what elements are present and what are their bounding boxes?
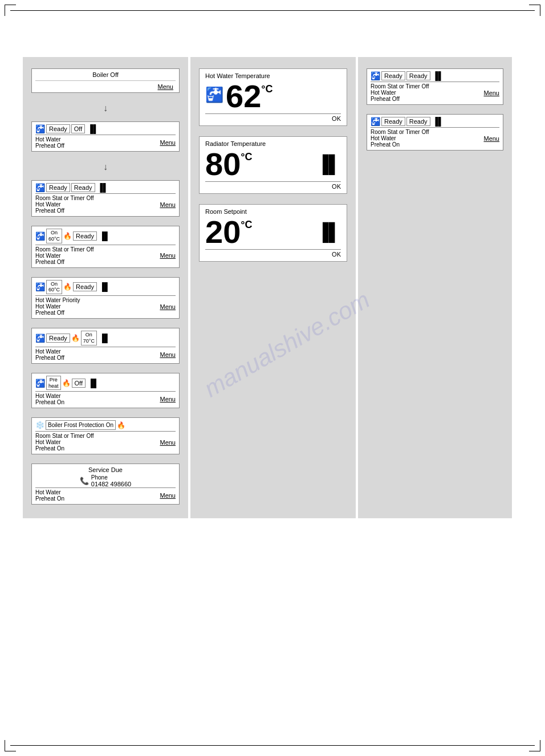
hot-water-temp-footer: OK [205, 113, 341, 122]
battery-icon-2: ▐▌ [87, 124, 99, 133]
status-row-2: 🚰 Ready Off ▐▌ [35, 124, 176, 133]
service-phone-row: 📞 Phone 01482 498660 [35, 474, 176, 487]
right-status-ready-2b: Ready [406, 117, 430, 126]
panel-on60-ready: 🚰 On 60°C 🔥 Ready ▐▌ Room Stat or Timer … [31, 226, 180, 268]
tap-icon-4: 🚰 [35, 231, 45, 241]
hot-water-tap-icon: 🚰 [205, 80, 223, 104]
info-row-3: Room Stat or Timer Off Hot Water Preheat… [35, 193, 176, 214]
right-status-row-2: 🚰 Ready Ready ▐▌ [371, 117, 499, 126]
info-row-8: Room Stat or Timer Off Hot Water Preheat… [35, 431, 176, 452]
right-status-ready-1a: Ready [381, 71, 405, 80]
battery-icon-4: ▐▌ [99, 231, 111, 241]
status-row-8: ❄️ Boiler Frost Protection On 🔥 [35, 420, 176, 430]
info-row-5: Hot Water Priority Hot Water Preheat Off… [35, 295, 176, 316]
status-row-3: 🚰 Ready Ready ▐▌ [35, 183, 176, 192]
hot-water-temp-panel: Hot Water Temperature 🚰 62 °C OK [199, 68, 347, 126]
radiator-temp-panel: Radiator Temperature 80 °C ▐▌ OK [199, 136, 347, 194]
status-off-2: Off [71, 124, 85, 133]
battery-icon-3: ▐▌ [97, 183, 109, 192]
tap-icon-2: 🚰 [35, 124, 45, 133]
right-column: 🚰 Ready Ready ▐▌ Room Stat or Timer Off … [358, 57, 512, 518]
radiator-temp-footer: OK [205, 181, 341, 190]
right-info-row-2: Room Stat or Timer Off Hot Water Preheat… [371, 127, 499, 148]
status-row-4: 🚰 On 60°C 🔥 Ready ▐▌ [35, 229, 176, 243]
phone-icon: 📞 [80, 477, 89, 485]
right-tap-icon-2: 🚰 [371, 117, 380, 126]
panel-service: Service Due 📞 Phone 01482 498660 Hot Wat… [31, 464, 180, 505]
corner-br [529, 740, 540, 751]
status-off-7: Off [72, 379, 86, 388]
status-ready-2: Ready [46, 124, 70, 133]
hot-water-ok[interactable]: OK [332, 115, 341, 122]
info-row-9: Hot Water Preheat On Menu [35, 487, 176, 502]
info-row-4: Room Stat or Timer Off Hot Water Preheat… [35, 245, 176, 265]
right-battery-icon-1: ▐▌ [433, 71, 444, 80]
tap-icon-3: 🚰 [35, 183, 45, 192]
menu-3[interactable]: Menu [160, 201, 176, 208]
room-setpoint-ok[interactable]: OK [332, 251, 341, 258]
radiator-icon-big: ▐▌ [316, 155, 341, 174]
menu-2[interactable]: Menu [160, 139, 176, 146]
panel-frost: ❄️ Boiler Frost Protection On 🔥 Room Sta… [31, 417, 180, 454]
right-info-row-1: Room Stat or Timer Off Hot Water Preheat… [371, 82, 499, 102]
tap-icon-7: 🚰 [35, 379, 45, 388]
boiler-off-panel: Boiler Off Menu [31, 68, 180, 93]
right-status-ready-1b: Ready [406, 71, 430, 80]
panel-ready-ready: 🚰 Ready Ready ▐▌ Room Stat or Timer Off … [31, 180, 180, 217]
status-ready-5: Ready [73, 282, 97, 291]
tap-icon-5: 🚰 [35, 282, 45, 291]
menu-8[interactable]: Menu [160, 439, 176, 446]
panel-preheat-off: 🚰 Pre heat 🔥 Off ▐▌ Hot Water Preheat On… [31, 373, 180, 409]
on-temp-box-4: On 60°C [46, 229, 62, 243]
flame-icon-5: 🔥 [63, 283, 72, 291]
info-row-7: Hot Water Preheat On Menu [35, 391, 176, 405]
right-status-ready-2a: Ready [381, 117, 405, 126]
panel-on60-priority: 🚰 On 60°C 🔥 Ready ▐▌ Hot Water Priority … [31, 277, 180, 319]
frost-label-8: Boiler Frost Protection On [46, 420, 116, 430]
corner-bl [5, 740, 16, 751]
radiator-ok[interactable]: OK [332, 183, 341, 190]
on-temp-box-5: On 60°C [46, 280, 62, 295]
arrow-down-2: ↓ [31, 162, 180, 172]
battery-icon-7: ▐▌ [88, 379, 99, 388]
right-menu-1[interactable]: Menu [483, 90, 499, 96]
info-row-2: Hot Water Preheat Off Menu [35, 135, 176, 149]
room-setpoint-panel: Room Setpoint 20 °C ▐▌ OK [199, 204, 347, 262]
left-column: Boiler Off Menu ↓ 🚰 Ready Off ▐▌ Hot [23, 57, 188, 518]
status-ready-3a: Ready [46, 183, 70, 192]
menu-9[interactable]: Menu [160, 492, 176, 499]
arrow-down-1: ↓ [31, 103, 180, 113]
panel-ready-on70: 🚰 Ready 🔥 On 70°C ▐▌ Hot Water Preheat O… [31, 328, 180, 364]
right-tap-icon-1: 🚰 [371, 71, 380, 80]
menu-6[interactable]: Menu [160, 351, 176, 358]
info-row-6: Hot Water Preheat Off Menu [35, 347, 176, 361]
service-due-title: Service Due [35, 466, 176, 473]
battery-icon-5: ▐▌ [99, 282, 111, 291]
flame-icon-7: 🔥 [62, 379, 71, 387]
menu-5[interactable]: Menu [160, 303, 176, 310]
room-setpoint-value: 20 °C [205, 216, 253, 248]
tap-icon-6: 🚰 [35, 334, 45, 343]
border-bottom [10, 745, 535, 746]
room-setpoint-footer: OK [205, 249, 341, 258]
status-row-6: 🚰 Ready 🔥 On 70°C ▐▌ [35, 331, 176, 346]
right-status-row-1: 🚰 Ready Ready ▐▌ [371, 71, 499, 80]
hot-water-temp-value: 62 °C [226, 80, 273, 112]
right-battery-icon-2: ▐▌ [433, 117, 444, 126]
right-panel-1: 🚰 Ready Ready ▐▌ Room Stat or Timer Off … [367, 68, 503, 105]
status-row-5: 🚰 On 60°C 🔥 Ready ▐▌ [35, 280, 176, 295]
flame-icon-8: 🔥 [117, 421, 125, 429]
on-temp-box-6: On 70°C [81, 331, 97, 346]
right-menu-2[interactable]: Menu [483, 135, 499, 142]
battery-icon-6: ▐▌ [99, 334, 111, 343]
frost-icon-8: ❄️ [35, 421, 44, 429]
pre-heat-box-7: Pre heat [46, 376, 61, 391]
flame-icon-6: 🔥 [71, 334, 80, 342]
room-setpoint-icon: ▐▌ [316, 222, 341, 242]
menu-7[interactable]: Menu [160, 396, 176, 403]
status-row-7: 🚰 Pre heat 🔥 Off ▐▌ [35, 376, 176, 391]
menu-4[interactable]: Menu [160, 252, 176, 259]
boiler-off-title: Boiler Off [35, 71, 176, 81]
right-panel-2: 🚰 Ready Ready ▐▌ Room Stat or Timer Off … [367, 114, 503, 151]
boiler-off-menu[interactable]: Menu [35, 83, 176, 90]
